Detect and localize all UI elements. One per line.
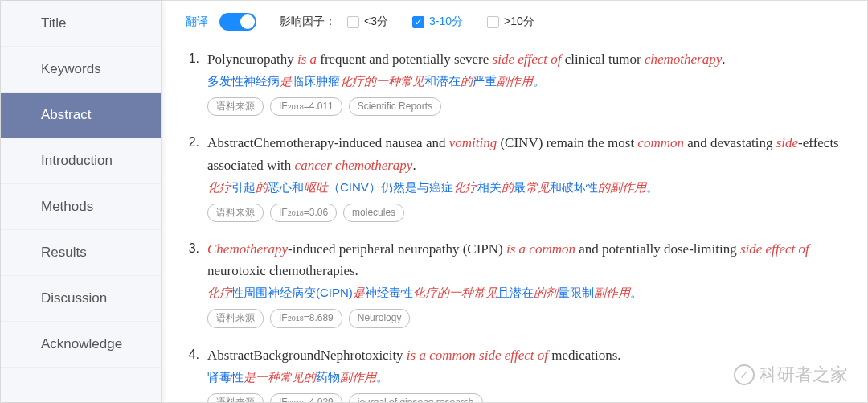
impact-factor-label: 影响因子：	[280, 14, 336, 29]
tag[interactable]: molecules	[343, 204, 404, 222]
result-entry: 1.Polyneuropathy is a frequent and poten…	[182, 48, 847, 116]
result-entry: 2.AbstractChemotherapy-induced nausea an…	[182, 132, 847, 222]
sidebar-item-title[interactable]: Title	[1, 1, 161, 47]
sidebar-item-introduction[interactable]: Introduction	[1, 138, 161, 184]
filter-label: >10分	[504, 14, 534, 29]
filter-<3分[interactable]: <3分	[347, 14, 388, 29]
filter-label: 3-10分	[429, 14, 463, 29]
tag[interactable]: journal of ginseng research	[349, 393, 483, 402]
sidebar-item-abstract[interactable]: Abstract	[1, 93, 161, 138]
filter-label: <3分	[364, 14, 388, 29]
sidebar-item-keywords[interactable]: Keywords	[1, 47, 161, 93]
checkbox-icon	[487, 16, 499, 28]
entry-tags: 语料来源IF2018=4.029journal of ginseng resea…	[207, 393, 847, 402]
tag[interactable]: IF2018=8.689	[270, 309, 342, 327]
translate-toggle[interactable]	[219, 13, 256, 31]
chinese-translation: 肾毒性是一种常见的药物副作用。	[207, 368, 847, 387]
toolbar: 翻译 影响因子： <3分3-10分>10分	[182, 13, 847, 31]
entry-number: 2.	[182, 132, 199, 222]
english-sentence: AbstractBackgroundNephrotoxicity is a co…	[207, 344, 847, 366]
sidebar-item-discussion[interactable]: Discussion	[1, 276, 161, 322]
filter-3-10分[interactable]: 3-10分	[412, 14, 463, 29]
sidebar-item-methods[interactable]: Methods	[1, 184, 161, 230]
result-entry: 4.AbstractBackgroundNephrotoxicity is a …	[182, 344, 847, 403]
sidebar-item-results[interactable]: Results	[1, 230, 161, 276]
filter->10分[interactable]: >10分	[487, 14, 534, 29]
main-content: 翻译 影响因子： <3分3-10分>10分 1.Polyneuropathy i…	[162, 1, 867, 402]
tag[interactable]: 语料来源	[207, 393, 264, 402]
tag[interactable]: 语料来源	[207, 309, 264, 327]
sidebar: TitleKeywordsAbstractIntroductionMethods…	[1, 1, 162, 402]
english-sentence: AbstractChemotherapy-induced nausea and …	[207, 132, 847, 175]
tag[interactable]: 语料来源	[207, 97, 264, 116]
tag[interactable]: Neurology	[349, 309, 411, 327]
entry-number: 1.	[182, 48, 199, 116]
entry-number: 4.	[182, 344, 199, 403]
tag[interactable]: 语料来源	[207, 204, 264, 222]
tag[interactable]: Scientific Reports	[349, 97, 441, 116]
chinese-translation: 化疗性周围神经病变(CIPN)是神经毒性化疗的一种常见且潜在的剂量限制副作用。	[207, 283, 847, 302]
entry-tags: 语料来源IF2018=8.689Neurology	[207, 309, 847, 327]
result-entry: 3.Chemotherapy-induced peripheral neurop…	[182, 238, 847, 328]
sidebar-item-acknowledge[interactable]: Acknowledge	[1, 322, 161, 368]
checkbox-icon	[347, 16, 359, 28]
entry-tags: 语料来源IF2018=4.011Scientific Reports	[207, 97, 847, 116]
chinese-translation: 多发性神经病是临床肿瘤化疗的一种常见和潜在的严重副作用。	[207, 72, 847, 91]
chinese-translation: 化疗引起的恶心和呕吐（CINV）仍然是与癌症化疗相关的最常见和破坏性的副作用。	[207, 178, 847, 197]
tag[interactable]: IF2018=3.06	[270, 204, 337, 222]
checkbox-icon	[412, 16, 424, 28]
english-sentence: Polyneuropathy is a frequent and potenti…	[207, 48, 847, 70]
tag[interactable]: IF2018=4.011	[270, 97, 342, 116]
tag[interactable]: IF2018=4.029	[270, 393, 342, 402]
translate-label: 翻译	[186, 14, 208, 29]
entry-number: 3.	[182, 238, 199, 328]
english-sentence: Chemotherapy-induced peripheral neuropat…	[207, 238, 847, 282]
entry-tags: 语料来源IF2018=3.06molecules	[207, 204, 847, 222]
